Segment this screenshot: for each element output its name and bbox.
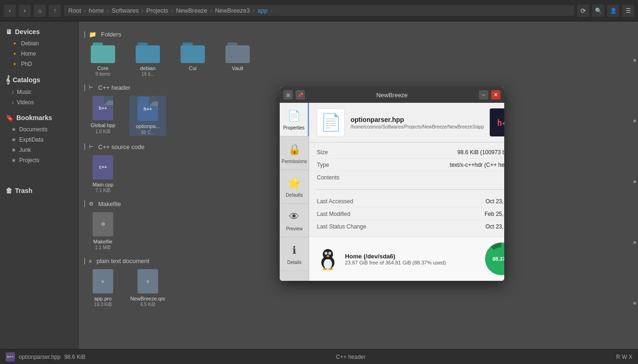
scroll-indicator: [633, 180, 636, 183]
svg-point-7: [326, 255, 329, 257]
list-item[interactable]: Cui: [174, 43, 211, 77]
sidebar-label-videos: Videos: [17, 99, 34, 106]
sidebar-section-trash[interactable]: 🗑 Trash: [0, 184, 78, 197]
cpp-source-section-label: C++ source code: [98, 143, 145, 150]
trash-label: Trash: [15, 187, 32, 194]
list-item[interactable]: h++ Global.hpp 1.0 KiB: [84, 96, 122, 136]
main-area: 🖥 Devices 🔸 Debian 🔸 Home 🔸 PhD 𝄞 Catalo…: [0, 21, 638, 349]
sidebar-item-music[interactable]: ♪ Music: [0, 87, 78, 97]
scroll-indicator: [633, 120, 636, 122]
file-type-icon: h++: [490, 108, 504, 136]
plaintext-section-label: plain text document: [96, 257, 149, 264]
list-item[interactable]: Vault: [219, 43, 256, 77]
file-icon-main-cpp: c++: [93, 155, 113, 179]
trash-icon: 🗑: [6, 187, 12, 194]
info-row-accessed: Last Accessed Oct 23, 2018: [309, 195, 504, 208]
svg-point-8: [323, 268, 327, 270]
catalogs-icon: 𝄞: [6, 76, 10, 84]
permissions-icon: 🔒: [287, 142, 302, 157]
tab-panel: 📄 Properties 🔒 Permissions ⭐ Defaults 👁 …: [280, 103, 309, 281]
sidebar-divider-2: [0, 107, 78, 111]
sidebar-item-home[interactable]: 🔸 Home: [0, 49, 78, 59]
up-button[interactable]: ↑: [49, 5, 61, 17]
search-button[interactable]: 🔍: [592, 5, 604, 17]
status-filesize: 98.6 KiB: [64, 354, 85, 360]
videos-icon: ♪: [11, 99, 14, 106]
folder-icon-debian: [136, 43, 160, 63]
timestamps-section: Last Accessed Oct 23, 2018 Last Modified…: [309, 192, 504, 236]
tab-defaults[interactable]: ⭐ Defaults: [280, 170, 309, 204]
tux-icon: [317, 248, 339, 270]
nav-right: ⟳ 🔍 👤 ☰: [577, 5, 634, 17]
sidebar-item-projects[interactable]: ★ Projects: [0, 155, 78, 165]
svg-point-9: [328, 268, 333, 270]
status-file: h++ optionparser.hpp 98.6 KiB: [6, 352, 86, 362]
sidebar-item-debian[interactable]: 🔸 Debian: [0, 38, 78, 49]
user-button[interactable]: 👤: [607, 5, 619, 17]
nav-back2-button[interactable]: ⟳: [577, 5, 589, 17]
file-label: NewBreeze.qrc: [130, 295, 165, 302]
svg-point-2: [323, 249, 333, 259]
back-button[interactable]: ‹: [4, 5, 16, 17]
disk-gauge: 88.37%: [485, 243, 504, 275]
menu-button[interactable]: ☰: [622, 5, 634, 17]
info-divider: [317, 189, 504, 190]
file-icon-optionparser: h++: [138, 97, 158, 121]
home-button[interactable]: ⌂: [34, 5, 46, 17]
tab-permissions-label: Permissions: [282, 159, 307, 164]
tab-preview[interactable]: 👁 Preview: [280, 204, 309, 237]
devices-label: Devices: [15, 28, 40, 36]
tab-details-label: Details: [287, 260, 302, 265]
list-item[interactable]: ≡ app.pro 19.3 KiB: [84, 269, 122, 307]
disk-section: Home (/dev/sda6) 23.87 GiB free of 364.8…: [309, 236, 504, 281]
file-header-text: optionparser.hpp /home/cosmos/Softwares/…: [350, 116, 484, 129]
breadcrumb-home[interactable]: home: [89, 7, 104, 14]
dialog-title: NewBreeze: [308, 92, 476, 99]
dialog-pin-button[interactable]: 📌: [296, 90, 305, 100]
breadcrumb-newbreeze3[interactable]: NewBreeze3: [215, 7, 250, 14]
status-filename: optionparser.hpp: [19, 354, 60, 360]
list-item[interactable]: c++ Main.cpp 7.1 KiB: [84, 155, 122, 193]
dialog-minimize-button[interactable]: –: [479, 90, 488, 100]
tab-permissions[interactable]: 🔒 Permissions: [280, 136, 309, 170]
content-area[interactable]: 📁 Folders Core 9 items debian 16 it.: [79, 21, 638, 349]
list-item[interactable]: h++ optionpa... 98 C...: [129, 96, 167, 136]
sidebar-item-videos[interactable]: ♪ Videos: [0, 97, 78, 107]
breadcrumb-softwares[interactable]: Softwares: [112, 7, 139, 14]
type-label: Type: [317, 162, 329, 168]
navigation-bar: ‹ › ⌂ ↑ Root › home › Softwares › Projec…: [0, 0, 638, 21]
tab-details[interactable]: ℹ Details: [280, 237, 309, 271]
sidebar-item-phd[interactable]: 🔸 PhD: [0, 59, 78, 69]
dialog-options-button[interactable]: ⊞: [283, 90, 293, 100]
tab-properties[interactable]: 📄 Properties: [280, 103, 309, 136]
details-icon: ℹ: [287, 243, 302, 258]
sidebar-item-exptidata[interactable]: ★ ExptiData: [0, 135, 78, 145]
list-item[interactable]: debian 16 it...: [129, 43, 167, 77]
breadcrumb-newbreeze[interactable]: NewBreeze: [176, 7, 207, 14]
file-label: Global.hpp: [90, 122, 115, 128]
list-item[interactable]: ⚙ Makefile 1.1 MiB: [84, 212, 122, 250]
sidebar-item-junk[interactable]: ★ Junk: [0, 145, 78, 155]
list-item[interactable]: Core 9 items: [84, 43, 122, 77]
file-size: 1.1 MiB: [95, 245, 111, 250]
breadcrumb-app[interactable]: app: [257, 7, 268, 14]
accessed-value: Oct 23, 2018: [486, 198, 504, 205]
status-filetype: C++ header: [95, 354, 607, 360]
size-value: 98.6 KiB (100973 bytes): [457, 149, 504, 156]
dialog-close-button[interactable]: ✕: [491, 90, 500, 100]
devices-icon: 🖥: [6, 28, 12, 36]
breadcrumb[interactable]: Root › home › Softwares › Projects › New…: [64, 5, 574, 16]
file-label: Core: [97, 65, 109, 71]
breadcrumb-projects[interactable]: Projects: [146, 7, 168, 14]
cpp-header-section-label: C++ header: [98, 84, 130, 91]
forward-button[interactable]: ›: [19, 5, 31, 17]
music-icon: ♪: [11, 89, 14, 95]
list-item[interactable]: ≡ NewBreeze.qrc 6.5 KiB: [129, 269, 167, 307]
info-row-status: Last Status Change Oct 23, 2018: [309, 221, 504, 233]
tab-preview-label: Preview: [286, 226, 303, 231]
debian-icon: 🔸: [11, 40, 18, 47]
sidebar-item-documents[interactable]: ★ Documents: [0, 124, 78, 135]
folder-icon-vault: [225, 43, 250, 63]
breadcrumb-root[interactable]: Root: [68, 7, 81, 14]
svg-point-6: [329, 253, 331, 254]
